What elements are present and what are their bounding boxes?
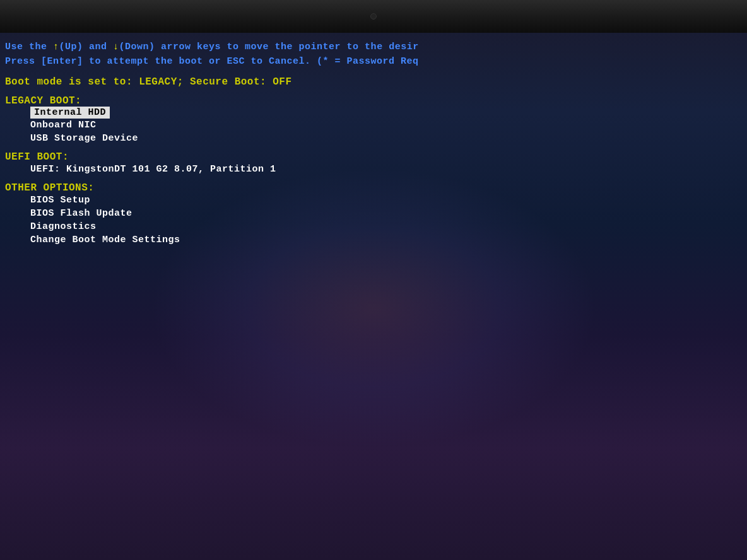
arrow-down-icon: ↓: [113, 42, 119, 52]
top-bezel: [0, 0, 747, 33]
other-option-change-boot-mode[interactable]: Change Boot Mode Settings: [30, 233, 742, 247]
instruction-line-2: Press [Enter] to attempt the boot or ESC…: [5, 55, 742, 69]
other-option-diagnostics[interactable]: Diagnostics: [30, 220, 742, 233]
bios-content: Use the ↑(Up) and ↓(Down) arrow keys to …: [0, 33, 747, 560]
other-option-bios-flash-update[interactable]: BIOS Flash Update: [30, 207, 742, 220]
instruction-line-1: Use the ↑(Up) and ↓(Down) arrow keys to …: [5, 40, 742, 55]
legacy-boot-item-onboard-nic[interactable]: Onboard NIC: [30, 119, 742, 132]
uefi-boot-header: UEFI BOOT:: [5, 151, 742, 163]
bios-screen: Use the ↑(Up) and ↓(Down) arrow keys to …: [0, 0, 747, 560]
legacy-boot-item-internal-hdd[interactable]: Internal HDD: [30, 107, 110, 119]
legacy-boot-header: LEGACY BOOT:: [5, 95, 742, 107]
other-option-bios-setup[interactable]: BIOS Setup: [30, 194, 742, 207]
boot-mode-status: Boot mode is set to: LEGACY; Secure Boot…: [5, 76, 742, 88]
arrow-up-icon: ↑: [53, 42, 59, 52]
uefi-boot-item-kingston[interactable]: UEFI: KingstonDT 101 G2 8.07, Partition …: [30, 163, 742, 176]
legacy-boot-item-usb-storage[interactable]: USB Storage Device: [30, 132, 742, 145]
other-options-header: OTHER OPTIONS:: [5, 182, 742, 194]
camera-dot: [370, 13, 377, 20]
